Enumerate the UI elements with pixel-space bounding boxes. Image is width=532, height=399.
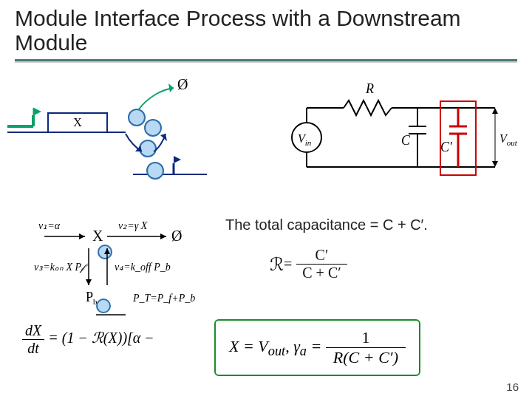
cap-cp-label: C′	[440, 140, 453, 154]
svg-marker-40	[86, 279, 92, 285]
capacitance-equations: The total capacitance = C + C′. ℛ = C′ C…	[225, 216, 428, 282]
svg-marker-14	[174, 156, 181, 163]
svg-point-15	[147, 163, 163, 179]
pb-node: Pb	[86, 290, 98, 306]
middle-row: v₁=α X v₂=γ X Ø v₃=kₒₙ X P𝒻 v₄=k_off P_b…	[0, 208, 532, 322]
gamma-frac-den: R(C + C′)	[326, 348, 406, 367]
gamma-a: γa	[293, 337, 307, 355]
svg-point-18	[292, 123, 321, 152]
v2-label: v₂=γ X	[118, 220, 148, 231]
svg-marker-32	[492, 108, 498, 114]
svg-marker-2	[33, 108, 41, 115]
gene-x-label: X	[73, 116, 82, 129]
v3-label: v₃=kₒₙ X P𝒻	[34, 262, 89, 273]
svg-marker-33	[492, 161, 498, 167]
frac-den: C + C′	[296, 265, 347, 282]
v1-label: v₁=α	[38, 220, 61, 231]
svg-point-38	[98, 245, 112, 259]
dxdt-num: dX	[22, 322, 44, 340]
cap-c-label: C	[401, 133, 411, 148]
page-title: Module Interface Process with a Downstre…	[15, 6, 517, 55]
circuit-diagram: R Vin C C′ Vout	[273, 75, 517, 200]
page-number: 16	[506, 381, 519, 393]
svg-marker-35	[79, 233, 85, 239]
resistor-label: R	[365, 81, 374, 96]
svg-point-7	[145, 120, 161, 136]
bottom-row: dX dt = (1 − ℛ(X))[α − X = Vout, γa = 1 …	[0, 322, 532, 381]
gamma-frac-num: 1	[326, 328, 406, 348]
svg-marker-9	[168, 83, 174, 92]
svg-point-8	[140, 140, 156, 157]
total-cap-text: The total capacitance = C + C′.	[225, 216, 428, 233]
reaction-network: v₁=α X v₂=γ X Ø v₃=kₒₙ X P𝒻 v₄=k_off P_b…	[30, 211, 214, 322]
x-node: X	[92, 228, 103, 244]
svg-marker-37	[160, 233, 166, 239]
equals: =	[284, 256, 292, 273]
phi-node: Ø	[171, 228, 182, 244]
frac-num: C′	[296, 247, 347, 265]
vout-label: Vout	[499, 132, 517, 147]
svg-point-6	[129, 109, 145, 126]
x-eq-vout: X = Vout	[229, 337, 285, 355]
title-rule	[15, 59, 517, 61]
v4-label: v₄=k_off P_b	[115, 262, 171, 273]
dx-dt-equation: dX dt = (1 − ℛ(X))[α −	[22, 322, 154, 357]
vin-label: Vin	[298, 132, 312, 147]
dxdt-den: dt	[22, 340, 44, 357]
phi-label-top: Ø	[177, 76, 188, 92]
pt-label: P_T=P_f+P_b	[132, 293, 195, 304]
retroactivity-symbol: ℛ	[270, 254, 284, 275]
bio-schematic: X Ø	[7, 75, 259, 200]
dxdt-rhs: = (1 − ℛ(X))[α −	[48, 330, 154, 346]
svg-point-43	[97, 299, 110, 313]
boxed-equation: X = Vout, γa = 1 R(C + C′)	[214, 319, 420, 376]
top-diagrams: X Ø R Vin	[0, 75, 532, 208]
